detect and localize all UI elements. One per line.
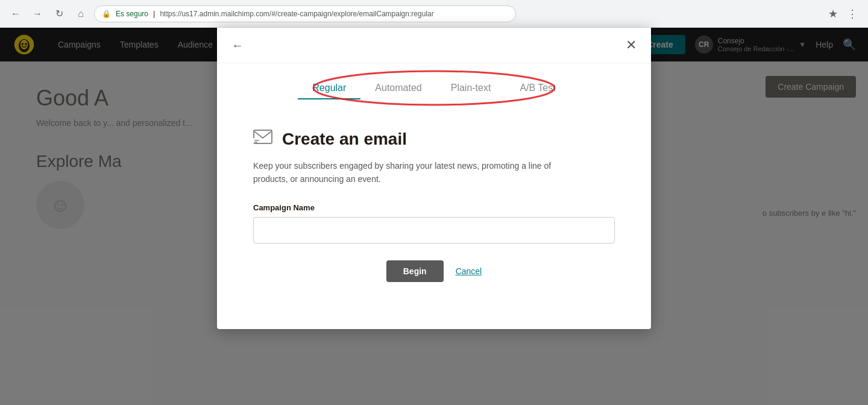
url-text: https://us17.admin.mailchimp.com/#/creat… bbox=[160, 10, 433, 18]
modal-body: Create an email Keep your subscribers en… bbox=[217, 104, 651, 306]
modal-tabs: Regular Automated Plain-text A/B Test bbox=[298, 63, 570, 104]
modal-header: ← ✕ bbox=[217, 28, 651, 63]
home-button[interactable]: ⌂ bbox=[72, 5, 89, 22]
tab-automated[interactable]: Automated bbox=[360, 78, 436, 99]
address-bar[interactable]: 🔒 Es seguro | https://us17.admin.mailchi… bbox=[94, 5, 516, 22]
email-title-row: Create an email bbox=[253, 128, 615, 149]
email-envelope-icon bbox=[253, 128, 272, 149]
modal-overlay: ← ✕ Regular Automated Plain-text A/B Tes… bbox=[0, 28, 868, 405]
modal-description: Keep your subscribers engaged by sharing… bbox=[253, 159, 579, 186]
tab-container: Regular Automated Plain-text A/B Test bbox=[217, 63, 651, 104]
browser-actions: ★ ⋮ bbox=[825, 5, 861, 22]
bookmark-button[interactable]: ★ bbox=[825, 5, 841, 22]
campaign-name-input[interactable] bbox=[253, 217, 615, 243]
modal-dialog: ← ✕ Regular Automated Plain-text A/B Tes… bbox=[217, 28, 651, 329]
more-button[interactable]: ⋮ bbox=[844, 5, 861, 22]
browser-chrome: ← → ↻ ⌂ 🔒 Es seguro | https://us17.admin… bbox=[0, 0, 868, 28]
modal-back-button[interactable]: ← bbox=[231, 39, 244, 52]
begin-button[interactable]: Begin bbox=[386, 260, 444, 282]
lock-icon: 🔒 bbox=[102, 10, 111, 18]
secure-label: Es seguro bbox=[116, 10, 148, 18]
forward-button[interactable]: → bbox=[29, 5, 46, 22]
campaign-name-field: Campaign Name bbox=[253, 203, 615, 243]
cancel-button[interactable]: Cancel bbox=[456, 266, 482, 276]
campaign-name-label: Campaign Name bbox=[253, 203, 615, 212]
back-button[interactable]: ← bbox=[7, 5, 24, 22]
modal-close-button[interactable]: ✕ bbox=[626, 37, 637, 53]
modal-title: Create an email bbox=[282, 130, 407, 149]
tab-plain-text[interactable]: Plain-text bbox=[436, 78, 506, 99]
reload-button[interactable]: ↻ bbox=[51, 5, 68, 22]
tab-ab-test[interactable]: A/B Test bbox=[505, 78, 570, 99]
tab-regular[interactable]: Regular bbox=[298, 78, 360, 99]
modal-actions: Begin Cancel bbox=[253, 260, 615, 282]
url-separator: | bbox=[153, 9, 155, 18]
